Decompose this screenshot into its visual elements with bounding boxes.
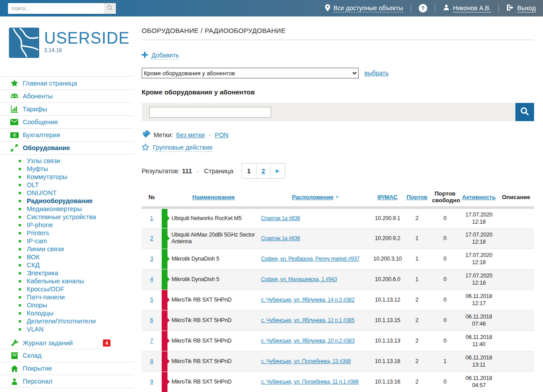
page-button-2[interactable]: 2	[256, 163, 270, 178]
objects-scope-link[interactable]: Все доступные объекты	[325, 4, 403, 13]
square-bullet-icon	[19, 216, 21, 218]
help-button[interactable]: ?	[419, 4, 427, 12]
row-number-link[interactable]: 4	[150, 276, 153, 282]
square-bullet-icon	[19, 168, 21, 170]
sidebar-subitem[interactable]: IP-cam	[0, 237, 134, 245]
sidebar-item-home[interactable]: Главная страница	[0, 77, 134, 90]
header-free-ports: Портов свободно	[430, 188, 460, 208]
topbar-right: Все доступные объекты ? Никонов А.В. Вых…	[325, 4, 536, 13]
sidebar-subitem[interactable]: Узлы связи	[0, 157, 134, 165]
row-number-link[interactable]: 8	[150, 358, 153, 364]
sort-by-name-link[interactable]: Наименование	[192, 194, 235, 200]
free-ports-value: 1	[430, 351, 460, 372]
location-link[interactable]: с. Чубинське, ул. Яблунева, 12 п.1 #385	[261, 317, 355, 323]
results-label: Результатов:	[142, 167, 180, 175]
header-num: №	[142, 188, 162, 208]
location-link[interactable]: София, ул. Малашевска, 1 #943	[261, 276, 337, 282]
sidebar-subitem[interactable]: Патч-панели	[0, 293, 134, 301]
location-link[interactable]: с. Чубинське, ул. Погребняка, 13 #388	[261, 358, 351, 364]
table-header-row: № Наименование Расположение▼ IP/MAC Порт…	[142, 188, 534, 208]
sidebar-subitem[interactable]: Радиооборудование	[0, 197, 134, 205]
ports-value: 2	[404, 310, 430, 331]
sidebar-subitem[interactable]: Коммутаторы	[0, 173, 134, 181]
sidebar-subitem[interactable]: ВОК	[0, 253, 134, 261]
sidebar-item-coverage[interactable]: Покрытие	[0, 362, 134, 375]
sidebar-subitem[interactable]: Делители/Уплотнители	[0, 317, 134, 325]
plus-icon	[142, 52, 148, 60]
activity-timestamp: 17.07.2020 12:18	[460, 249, 498, 269]
sidebar-subitem[interactable]: Линии связи	[0, 245, 134, 253]
location-link[interactable]: с. Чубинське, ул. Яблунева, 14 п.3 #382	[261, 297, 355, 303]
sidebar-subitem[interactable]: Printers	[0, 229, 134, 237]
sidebar-item-tariffs[interactable]: Тарифы	[0, 103, 134, 116]
row-number-link[interactable]: 5	[150, 297, 153, 303]
status-cell	[162, 208, 168, 228]
square-bullet-icon	[19, 208, 21, 210]
row-number-link[interactable]: 2	[150, 235, 153, 241]
sidebar-item-equipment[interactable]: Оборудование	[0, 142, 134, 155]
location-link[interactable]: Спартак 1а #836	[261, 235, 300, 241]
filter-row: Кроме оборудования у абонентов выбрать	[142, 68, 534, 78]
sidebar-subitem[interactable]: СКД	[0, 261, 134, 269]
choose-filter-link[interactable]: выбрать	[364, 69, 389, 77]
sidebar-subitem[interactable]: Кабельные каналы	[0, 277, 134, 285]
sort-by-activity-link[interactable]: Активность	[462, 194, 495, 200]
row-number-link[interactable]: 1	[150, 215, 153, 221]
free-ports-value: 0	[430, 310, 460, 331]
group-actions-link[interactable]: Групповые действия	[153, 144, 212, 152]
location-link[interactable]: с. Чубинське, ул. Яблунева, 10 п.2 #383	[261, 338, 355, 344]
ports-value: 2	[404, 331, 430, 351]
square-bullet-icon	[19, 328, 21, 331]
ip-mac-value: 10.200.6.0	[372, 269, 404, 290]
sidebar-item-warehouse[interactable]: Склад	[0, 349, 134, 362]
sidebar-item-subscribers[interactable]: Абоненты	[0, 90, 134, 103]
row-number-link[interactable]: 7	[150, 338, 153, 344]
sort-by-location-link[interactable]: Расположение	[292, 194, 334, 200]
tag-link-pon[interactable]: PON	[215, 131, 228, 139]
add-equipment-button[interactable]: Добавить	[151, 52, 179, 60]
sidebar-subitem[interactable]: IP-phone	[0, 221, 134, 229]
global-search-button[interactable]	[104, 3, 116, 14]
logout-link[interactable]: Выход	[506, 4, 536, 12]
sidebar-subitem[interactable]: OLT	[0, 181, 134, 189]
location-link[interactable]: с. Чубинське, ул. Погребняка, 11 п.1 #38…	[261, 379, 359, 385]
status-cell	[162, 372, 168, 392]
equipment-icon	[10, 144, 19, 151]
sidebar-subitem[interactable]: Системные устройства	[0, 213, 134, 221]
sort-by-ports-link[interactable]: Портов	[406, 194, 427, 200]
location-link[interactable]: София, ул. Резбарска, Penny market #937	[261, 256, 359, 262]
page-label: Страница	[204, 167, 233, 175]
table-search-button[interactable]	[515, 103, 534, 121]
square-bullet-icon	[19, 192, 21, 194]
tag-link-no-tag[interactable]: Без метки	[176, 131, 204, 139]
sidebar-subitem[interactable]: Электрика	[0, 269, 134, 277]
page-button-1: 1	[242, 163, 256, 178]
equipment-filter-select[interactable]: Кроме оборудования у абонентов	[142, 68, 359, 78]
ports-value: 2	[404, 351, 430, 372]
sidebar-item-accounting[interactable]: Бухгалтерия	[0, 129, 134, 142]
device-name: Mikrotik DynaDish 5	[168, 269, 259, 290]
activity-date: 06.11.2018	[461, 354, 497, 361]
sidebar-subitem[interactable]: Колодцы	[0, 309, 134, 317]
next-page-button[interactable]: ▶	[270, 163, 285, 178]
sidebar-subitem[interactable]: Опоры	[0, 301, 134, 309]
row-number-link[interactable]: 9	[150, 379, 153, 385]
row-number-link[interactable]: 6	[150, 317, 153, 323]
sidebar-item-messages[interactable]: Сообщения	[0, 116, 134, 129]
table-filter-input[interactable]	[149, 107, 271, 118]
row-number-link[interactable]: 3	[150, 256, 153, 262]
user-profile-link[interactable]: Никонов А.В.	[443, 4, 491, 12]
sort-by-ip-link[interactable]: IP/MAC	[377, 194, 398, 200]
sidebar-item-staff[interactable]: Персонал	[0, 375, 134, 388]
sidebar-subitem[interactable]: Медиаконвертеры	[0, 205, 134, 213]
sidebar-subitem[interactable]: Кроссы/ODF	[0, 285, 134, 293]
equipment-table: № Наименование Расположение▼ IP/MAC Порт…	[142, 188, 534, 392]
location-link[interactable]: Спартак 1а #836	[261, 215, 300, 221]
sidebar-subitem[interactable]: ONU/ONT	[0, 189, 134, 197]
sidebar-subitem[interactable]: Муфты	[0, 165, 134, 173]
sidebar-item-task-log[interactable]: Журнал заданий 4	[0, 336, 134, 349]
global-search-input[interactable]	[8, 3, 104, 14]
device-name: MikroTik RB SXT 5HPnD	[168, 351, 259, 372]
table-row: 5 MikroTik RB SXT 5HPnD с. Чубинське, ул…	[142, 290, 534, 310]
sidebar-subitem[interactable]: VLAN	[0, 325, 134, 333]
